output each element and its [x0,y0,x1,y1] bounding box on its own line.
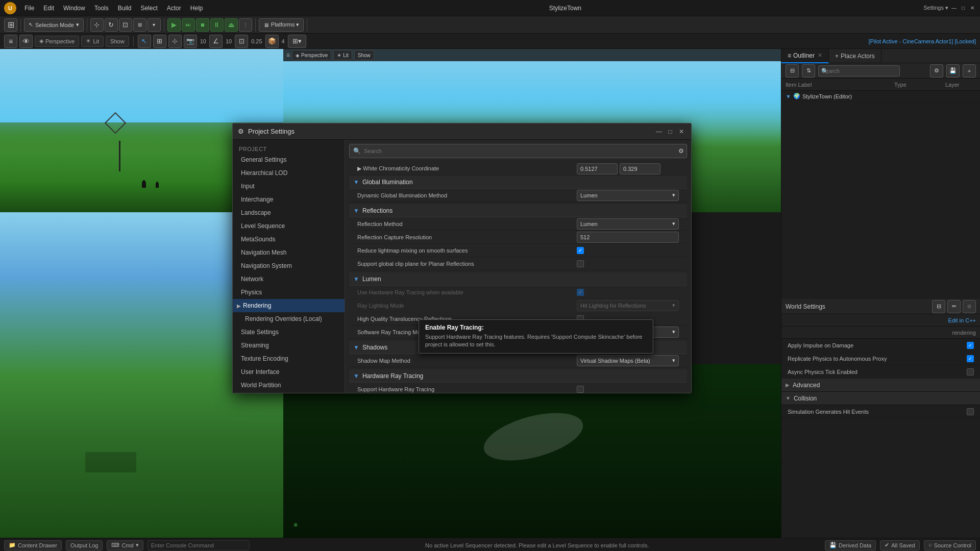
ps-item-rendering[interactable]: ▶ Rendering [233,299,345,312]
ps-item-metasounds[interactable]: MetaSounds [233,233,345,246]
menu-help[interactable]: Help [186,4,207,13]
menu-actor[interactable]: Actor [163,4,185,13]
ps-item-slate[interactable]: Slate Settings [233,325,345,339]
chromaticity-y[interactable] [620,163,660,174]
transform-dropdown[interactable]: ▾ [148,18,161,32]
view-btn[interactable]: 📦 [265,35,279,48]
ps-item-rendering-overrides[interactable]: Rendering Overrides (Local) [233,312,345,325]
ps-item-interchange[interactable]: Interchange [233,193,345,206]
derived-data-btn[interactable]: 💾 Derived Data [825,540,876,550]
mode-icon-btn[interactable]: ⊞ [4,18,17,32]
show-btn[interactable]: Show [106,36,129,47]
content-drawer-btn[interactable]: 📁 Content Drawer [4,540,62,550]
ws-filter-btn[interactable]: ⊟ [932,300,945,313]
transform-btn2[interactable]: ↻ [105,18,118,32]
transform-btn1[interactable]: ⊹ [90,18,104,32]
tab-outliner[interactable]: ≡ Outliner ✕ [781,49,829,63]
refl-res-input[interactable] [577,232,679,243]
selection-mode-btn[interactable]: ↖ Selection Mode ▾ [24,18,84,32]
ps-minimize-btn[interactable]: — [654,127,664,136]
reflections-header[interactable]: ▼ Reflections [349,204,687,217]
ps-item-navmesh[interactable]: Navigation Mesh [233,246,345,259]
outliner-search-input[interactable] [818,65,900,77]
ray-lighting-dropdown[interactable]: Hit Lighting for Reflections ▾ [577,300,679,311]
play-more-btn[interactable]: ⋮ [239,18,252,32]
skip-btn[interactable]: ⏭ [182,18,195,32]
ps-search-gear[interactable]: ⚙ [678,147,684,155]
refl-method-dropdown[interactable]: Lumen ▾ [577,218,679,230]
ps-item-general[interactable]: General Settings [233,153,345,166]
eye-icon-btn[interactable]: 👁 [19,35,33,48]
col-type[interactable]: Type [894,82,935,88]
scale-btn[interactable]: ⊡ [235,35,248,48]
ws-star-btn[interactable]: ☆ [963,300,976,313]
vp-menu-icon[interactable]: ≡ [286,52,290,59]
cmd-btn[interactable]: ⌨ Cmd ▾ [107,540,143,550]
tab-place-actors[interactable]: + Place Actors [829,49,881,63]
shadow-map-dropdown[interactable]: Virtual Shadow Maps (Beta) ▾ [577,355,679,366]
hw-rt-header[interactable]: ▼ Hardware Ray Tracing [349,369,687,383]
simulation-check[interactable] [967,408,974,415]
all-saved-btn[interactable]: ✔ All Saved [880,540,919,550]
transform-btn3[interactable]: ⊡ [119,18,132,32]
maximize-btn[interactable]: □ [960,5,967,12]
ps-item-network[interactable]: Network [233,272,345,286]
platforms-btn[interactable]: 🖥 Platforms ▾ [259,18,304,32]
outliner-add-btn[interactable]: + [963,64,976,78]
angle-btn[interactable]: ∠ [209,35,223,48]
ps-item-landscape[interactable]: Landscape [233,206,345,219]
ws-edit-btn[interactable]: ✏ [947,300,961,313]
use-hw-rt-checkbox[interactable] [577,289,584,296]
gi-header[interactable]: ▼ Global Illumination [349,176,687,189]
ps-maximize-btn[interactable]: □ [666,127,675,136]
menu-edit[interactable]: Edit [39,4,58,13]
output-log-btn[interactable]: Output Log [66,540,103,550]
col-layer[interactable]: Layer [945,82,976,88]
outliner-save-btn[interactable]: 💾 [946,64,960,78]
lit-btn[interactable]: ☀ Lit [81,36,104,47]
camera-btn[interactable]: 📷 [184,35,197,48]
col-item-label[interactable]: Item Label [786,82,884,88]
pause-btn[interactable]: ⏸ [210,18,224,32]
menu-tools[interactable]: Tools [90,4,113,13]
menu-file[interactable]: File [20,4,38,13]
ps-item-physics[interactable]: Physics [233,286,345,299]
support-hw-rt-checkbox[interactable] [577,386,584,393]
vp-perspective-btn[interactable]: ◈ Perspective [292,50,331,60]
vp-lit-btn[interactable]: ☀ Lit [333,50,352,60]
collision-section[interactable]: ▼ Collision [781,392,980,405]
stop-btn[interactable]: ■ [196,18,209,32]
minimize-btn[interactable]: — [950,5,958,12]
outliner-filter-btn[interactable]: ⊟ [786,64,799,78]
edit-cpp-btn[interactable]: Edit in C++ [948,317,976,323]
sidebar-toggle[interactable]: ≡ [4,35,17,48]
vp-show-btn[interactable]: Show [354,50,374,60]
menu-window[interactable]: Window [59,4,89,13]
menu-select[interactable]: Select [136,4,161,13]
ps-item-navsys[interactable]: Navigation System [233,259,345,272]
dgi-dropdown[interactable]: Lumen ▾ [577,190,679,201]
menu-build[interactable]: Build [114,4,136,13]
outliner-settings-btn[interactable]: ⚙ [930,64,943,78]
transform-btn4[interactable]: ⊞ [133,18,146,32]
viewport-layout[interactable]: ⊞▾ [288,35,306,48]
select-tool[interactable]: ↖ [138,35,151,48]
chromaticity-x[interactable] [577,163,618,174]
settings-btn[interactable]: Settings ▾ [923,5,948,11]
ps-item-streaming[interactable]: Streaming [233,339,345,352]
ps-item-hlod[interactable]: Hierarchical LOD [233,166,345,180]
support-global-checkbox[interactable] [577,260,584,267]
lumen-header[interactable]: ▼ Lumen [349,272,687,286]
ps-search-input[interactable] [349,144,687,158]
source-control-btn[interactable]: ⑂ Source Control [924,540,976,550]
phys-check-1[interactable] [967,342,974,349]
outliner-close-btn[interactable]: ✕ [818,52,822,59]
play-btn[interactable]: ▶ [167,18,181,32]
phys-check-2[interactable] [967,355,974,362]
eject-btn[interactable]: ⏏ [225,18,238,32]
reduce-lightmap-checkbox[interactable] [577,247,584,254]
list-item[interactable]: ▼ 🌍 StylizeTown (Editor) [781,91,980,102]
ps-item-level-seq[interactable]: Level Sequence [233,219,345,233]
ps-item-input[interactable]: Input [233,180,345,193]
outliner-sort-btn[interactable]: ⇅ [802,64,815,78]
